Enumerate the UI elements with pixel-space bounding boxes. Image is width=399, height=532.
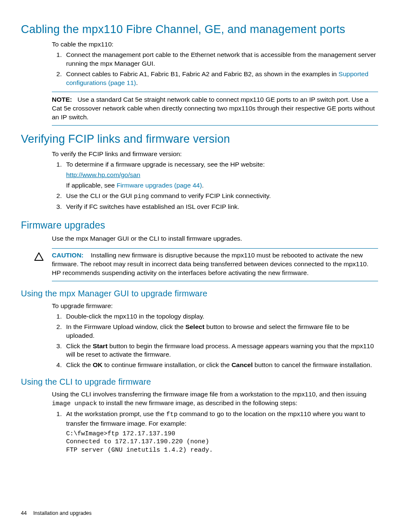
text: In the Firmware Upload window, click the [66,323,185,330]
inline-code: image unpack [52,400,97,407]
ui-label: Select [185,323,205,330]
text: At the workstation prompt, use the [66,410,166,417]
heading-cli-upgrade: Using the CLI to upgrade firmware [21,376,378,388]
caution-box: CAUTION: Installing new firmware is disr… [52,248,378,281]
note-text: Use a standard Cat 5e straight network c… [52,96,375,121]
text: to continue firmware installation, or cl… [102,361,231,368]
list-item: Connect cables to Fabric A1, Fabric B1, … [64,70,378,87]
list-item: To determine if a firmware upgrade is ne… [64,160,378,190]
text: Use the CLI or the GUI [66,192,134,199]
intro-text: Use the mpx Manager GUI or the CLI to in… [52,234,378,243]
text: button to cancel the firmware installati… [253,361,372,368]
list-item: Click the Start button to begin the firm… [64,342,378,360]
caution-label: CAUTION: [52,252,84,259]
intro-text: To cable the mpx110: [52,40,378,49]
paragraph: Using the CLI involves transferring the … [52,390,378,408]
caution-icon [34,252,43,261]
text: Click the [66,361,93,368]
text: . [202,182,204,189]
intro-text: To verify the FCIP links and firmware ve… [52,150,378,159]
ui-label: Cancel [231,361,253,368]
inline-code: ping [134,193,149,200]
list-item: In the Firmware Upload window, click the… [64,323,378,340]
text: Using the CLI involves transferring the … [52,391,366,398]
heading-cabling: Cabling the mpx110 Fibre Channel, GE, an… [21,22,378,37]
external-link[interactable]: http://www.hp.com/go/san [66,171,140,178]
text: Connect cables to Fabric A1, Fabric B1, … [66,70,338,77]
list-item: Double-click the mpx110 in the topology … [64,312,378,321]
list-item: Verify if FC switches have established a… [64,203,378,211]
text: . [136,79,138,86]
svg-marker-0 [35,253,43,260]
inline-code: ftp [166,411,178,418]
text: to install the new firmware image, as de… [97,399,297,406]
text: button to begin the firmware load proces… [66,342,374,358]
ui-label: OK [93,361,102,368]
heading-verifying: Verifying FCIP links and firmware versio… [21,131,378,146]
list-item: Click the OK to continue firmware instal… [64,361,378,370]
text: If applicable, see [66,182,117,189]
ui-label: Start [93,342,107,350]
intro-text: To upgrade firmware: [52,302,378,311]
cross-ref-link[interactable]: Firmware upgrades (page 44) [117,182,202,189]
text: To determine if a firmware upgrade is ne… [66,161,265,168]
list-item: Use the CLI or the GUI ping command to v… [64,192,378,201]
heading-firmware-upgrades: Firmware upgrades [21,219,378,232]
list-item: Connect the management port cable to the… [64,51,378,68]
note-label: NOTE: [52,96,72,103]
heading-gui-upgrade: Using the mpx Manager GUI to upgrade fir… [21,288,378,299]
caution-text: Installing new firmware is disruptive be… [52,252,368,276]
text: command to verify FCIP Link connectivity… [149,192,271,199]
text: Click the [66,342,93,350]
list-item: At the workstation prompt, use the ftp c… [64,410,378,454]
code-block: C:\fwImage>ftp 172.17.137.190 Connected … [66,430,378,455]
note-box: NOTE: Use a standard Cat 5e straight net… [52,92,378,126]
